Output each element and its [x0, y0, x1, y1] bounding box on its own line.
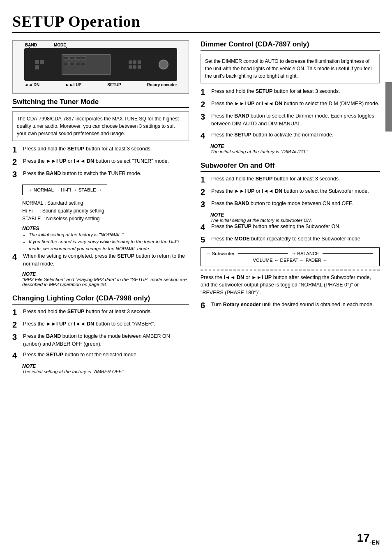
page-title: SETUP Operation — [12, 12, 380, 33]
rotary-encoder-knob — [159, 60, 168, 69]
sub-step-4: 4 Press the SETUP button after setting t… — [201, 223, 380, 232]
device-body — [24, 48, 177, 81]
device-diagram: BAND MODE — [12, 40, 189, 94]
lighting-step-4: 4 Press the SETUP button to set the sele… — [12, 351, 189, 360]
lighting-step-2: 2 Press the ►►I UP or I◄◄ DN button to s… — [12, 320, 189, 329]
tuner-step-3: 3 Press the BAND button to switch the TU… — [12, 170, 189, 179]
up-label: ►►I UP — [65, 83, 81, 87]
dimmer-section: Dimmer Control (CDA-7897 only) Set the D… — [201, 40, 380, 154]
page-number: 17-EN — [357, 531, 380, 546]
diagram-labels: ◄◄ DN ►►I UP SETUP Rotary encoder — [16, 81, 185, 87]
subwoofer-steps: 1 Press and hold the SETUP button for at… — [201, 175, 380, 209]
sub-steps-4-5: 4 Press the SETUP button after setting t… — [201, 223, 380, 244]
dimmer-step-1: 1 Press and hold the SETUP button for at… — [201, 88, 380, 97]
left-column: BAND MODE — [12, 40, 189, 381]
lighting-step-1: 1 Press and hold the SETUP button for at… — [12, 308, 189, 317]
lighting-section-title: Changing Lighting Color (CDA-7998 only) — [12, 294, 189, 305]
right-column: Dimmer Control (CDA-7897 only) Set the D… — [201, 40, 380, 381]
lighting-note: NOTE The initial setting at the factory … — [22, 363, 189, 374]
tuner-step-2: 2 Press the ►►I UP or I◄◄ DN button to s… — [12, 157, 189, 166]
dimmer-section-title: Dimmer Control (CDA-7897 only) — [201, 40, 380, 51]
dimmer-steps: 1 Press and hold the SETUP button for at… — [201, 88, 380, 140]
tuner-steps: 1 Press and hold the SETUP button for at… — [12, 145, 189, 179]
tuner-notes: NOTES The initial setting at the factory… — [22, 226, 189, 253]
sub-flow-box: → Subwoofer → BALANCE VOLUME ← DEFEAT ← … — [201, 247, 380, 266]
mode-label: MODE — [54, 43, 66, 47]
tuner-mode-list: NORMAL : Standard setting Hi-Fi : Sound … — [22, 199, 189, 223]
tuner-intro-box: The CDA-7998/CDA-7897 incorporates the M… — [12, 111, 189, 141]
lighting-steps: 1 Press and hold the SETUP button for at… — [12, 308, 189, 360]
device-display — [62, 54, 111, 75]
tuner-note4: NOTE "MP3 File Selection" and "Playing M… — [22, 271, 189, 287]
tuner-step-4: 4 When the setting is completed, press t… — [12, 252, 189, 268]
dimmer-step-2: 2 Press the ►►I UP or I◄◄ DN button to s… — [201, 100, 380, 109]
sub-step-3: 3 Press the BAND button to toggle mode b… — [201, 200, 380, 209]
dashed-separator — [201, 270, 380, 270]
encoder-label: Rotary encoder — [147, 83, 177, 87]
lighting-step-3: 3 Press the BAND button to toggle the mo… — [12, 332, 189, 348]
dn-label: ◄◄ DN — [24, 83, 39, 87]
tuner-step-1: 1 Press and hold the SETUP button for at… — [12, 145, 189, 154]
dimmer-step-4: 4 Press the SETUP button to activate the… — [201, 131, 380, 140]
dimmer-note: NOTE The initial setting at the factory … — [210, 143, 380, 154]
band-label: BAND — [25, 43, 37, 47]
sub-note3: NOTE The initial setting at the factory … — [210, 212, 380, 223]
subwoofer-section: Subwoofer On and Off 1 Press and hold th… — [201, 162, 380, 310]
dimmer-intro-box: Set the DIMMER control to AUTO to decrea… — [201, 54, 380, 83]
sub-phase-note: Press the I◄◄ DN or ►►I UP button after … — [201, 274, 380, 297]
tuner-step4-wrap: 4 When the setting is completed, press t… — [12, 252, 189, 268]
right-accent-bar — [385, 82, 392, 132]
tuner-mode-section: Switching the Tuner Mode The CDA-7998/CD… — [12, 98, 189, 287]
sub-step-5: 5 Press the MODE button repeatedly to se… — [201, 235, 380, 244]
lighting-section: Changing Lighting Color (CDA-7998 only) … — [12, 294, 189, 374]
tuner-section-title: Switching the Tuner Mode — [12, 98, 189, 108]
sub-step6-wrap: 6 Turn Rotary encoder until the desired … — [201, 301, 380, 310]
setup-label: SETUP — [107, 83, 121, 87]
dimmer-step-3: 3 Press the BAND button to select the Di… — [201, 112, 380, 128]
sub-step-1: 1 Press and hold the SETUP button for at… — [201, 175, 380, 184]
subwoofer-section-title: Subwoofer On and Off — [201, 162, 380, 172]
sub-step-2: 2 Press the ►►I UP or I◄◄ DN button to s… — [201, 187, 380, 196]
tuner-flow-box: → NORMAL → Hi-Fi → STABLE → — [22, 185, 107, 195]
sub-step-6: 6 Turn Rotary encoder until the desired … — [201, 301, 380, 310]
